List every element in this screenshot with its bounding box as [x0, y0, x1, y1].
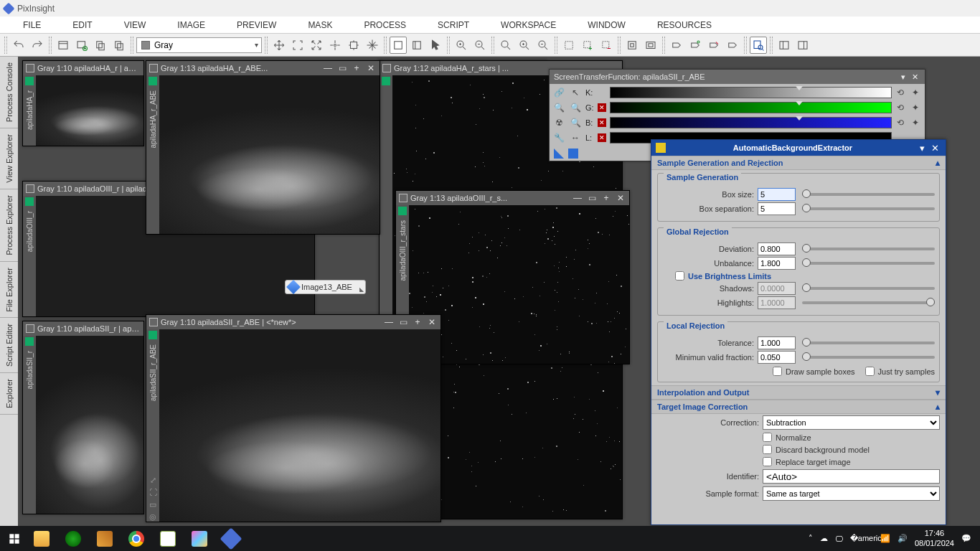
- deviation-slider[interactable]: [802, 248, 935, 250]
- readout-alt-button[interactable]: [408, 37, 425, 54]
- stf-link-icon[interactable]: 🔗: [552, 86, 565, 99]
- stf-k-slider[interactable]: [610, 87, 892, 98]
- tab-script-editor[interactable]: Script Editor: [0, 318, 18, 373]
- restore-button[interactable]: ▭: [586, 192, 598, 204]
- panel-right-button[interactable]: [794, 37, 811, 54]
- tab-process-explorer[interactable]: Process Explorer: [0, 189, 18, 262]
- image-window-sii-r-abe[interactable]: Gray 1:10 apiladaSII_r_ABE | <*new*> — ▭…: [146, 314, 441, 522]
- center-alt-button[interactable]: [345, 37, 362, 54]
- abe-section-tic[interactable]: Target Image Correction▴: [651, 400, 946, 414]
- image-window-ha-r-abe[interactable]: Gray 1:13 apiladaHA_r_ABE... — ▭ + ✕ api…: [146, 60, 380, 235]
- crop-1-button[interactable]: [623, 37, 641, 54]
- unbalance-input[interactable]: [758, 257, 796, 270]
- process-icon-chip[interactable]: Image13_ABE ◣: [285, 280, 366, 294]
- stf-apply-button[interactable]: [554, 149, 564, 159]
- zoom-fit-out-button[interactable]: [534, 37, 552, 54]
- copy-alt-button[interactable]: [110, 37, 128, 54]
- task-app-1[interactable]: [57, 527, 89, 550]
- box-size-slider[interactable]: [802, 193, 935, 196]
- zoom-in-button[interactable]: [453, 37, 470, 54]
- start-button[interactable]: [3, 527, 26, 550]
- new-window-button[interactable]: [55, 37, 72, 54]
- tag-1-button[interactable]: [668, 37, 685, 54]
- windows-taskbar[interactable]: ˄ ☁ 🖵 �america 📶 🔊 17:46 08/01/2024 💬: [0, 526, 980, 551]
- identifier-input[interactable]: [763, 469, 940, 484]
- task-chrome[interactable]: [121, 527, 152, 550]
- stf-zoomout-icon[interactable]: 🔍: [569, 116, 582, 129]
- menu-resources[interactable]: RESOURCES: [641, 20, 727, 30]
- zoom-fit-button[interactable]: [516, 37, 533, 54]
- abe-close-button[interactable]: ✕: [928, 143, 941, 154]
- pointer-button[interactable]: [427, 37, 444, 54]
- stf-settings-k-button[interactable]: ✦: [909, 86, 922, 99]
- tag-3-button[interactable]: [705, 37, 722, 54]
- tag-4-button[interactable]: [724, 37, 741, 54]
- readout-mode-button[interactable]: [390, 37, 407, 54]
- move-tool-button[interactable]: [270, 37, 288, 54]
- tab-explorer[interactable]: Explorer: [0, 373, 18, 415]
- rect-icon[interactable]: ▭: [148, 499, 158, 509]
- stf-b-disable-icon[interactable]: ✕: [598, 118, 606, 127]
- menu-script[interactable]: SCRIPT: [422, 20, 485, 30]
- maximize-button[interactable]: +: [600, 192, 612, 204]
- box-sep-slider[interactable]: [802, 207, 935, 210]
- expand-icon[interactable]: ⛶: [148, 487, 158, 497]
- undo-button[interactable]: [10, 37, 27, 54]
- tab-file-explorer[interactable]: File Explorer: [0, 262, 18, 319]
- panel-left-button[interactable]: [776, 37, 793, 54]
- select-rect-sub-button[interactable]: [598, 37, 615, 54]
- stf-l-disable-icon[interactable]: ✕: [598, 133, 606, 142]
- close-button[interactable]: ✕: [615, 192, 626, 204]
- tab-process-console[interactable]: Process Console: [0, 57, 18, 128]
- abe-shade-button[interactable]: ▾: [915, 143, 928, 154]
- select-rect-add-button[interactable]: [579, 37, 596, 54]
- colorspace-select[interactable]: Gray ▾: [136, 37, 262, 53]
- box-sep-input[interactable]: [758, 202, 796, 215]
- stf-zoomin-icon[interactable]: 🔍: [552, 101, 565, 114]
- stf-pointer-icon[interactable]: ↖: [569, 86, 582, 99]
- crop-2-button[interactable]: [642, 37, 659, 54]
- unbalance-slider[interactable]: [802, 262, 935, 265]
- tray-notifications-icon[interactable]: 💬: [961, 534, 971, 543]
- draw-boxes-check[interactable]: Draw sample boxes: [773, 367, 855, 376]
- new-window-add-button[interactable]: [73, 37, 90, 54]
- restore-button[interactable]: ▭: [336, 62, 348, 74]
- menu-edit[interactable]: EDIT: [57, 20, 108, 30]
- image-window-sii-r[interactable]: Gray 1:10 apiladaSII_r | apiladaSII_r...…: [22, 321, 144, 514]
- task-notes[interactable]: [152, 527, 184, 550]
- stf-settings-b-button[interactable]: ✦: [909, 116, 922, 129]
- tray-volume-icon[interactable]: 🔊: [897, 534, 908, 543]
- tray-screen-icon[interactable]: 🖵: [835, 534, 843, 543]
- process-search-button[interactable]: [750, 37, 767, 54]
- box-size-input[interactable]: [758, 188, 796, 201]
- tag-2-button[interactable]: [687, 37, 704, 54]
- stf-radiation-icon[interactable]: ☢: [552, 116, 565, 129]
- zoom-1-1-button[interactable]: [497, 37, 514, 54]
- min-valid-slider[interactable]: [802, 356, 935, 359]
- menu-preview[interactable]: PREVIEW: [221, 20, 292, 30]
- image-window-ha-r[interactable]: Gray 1:10 apiladaHA_r | apiladaHA_r... a…: [22, 60, 144, 146]
- stf-g-disable-icon[interactable]: ✕: [598, 103, 606, 112]
- stf-settings-g-button[interactable]: ✦: [909, 101, 922, 114]
- minimize-button[interactable]: —: [572, 192, 583, 204]
- abe-section-io[interactable]: Interpolation and Output▾: [651, 385, 946, 400]
- stf-g-slider[interactable]: [610, 102, 892, 113]
- discard-check[interactable]: Discard background model: [763, 445, 870, 454]
- tolerance-input[interactable]: [758, 336, 796, 349]
- tray-wifi-icon[interactable]: 📶: [880, 534, 890, 543]
- center-button[interactable]: [326, 37, 344, 54]
- task-pixinsight[interactable]: [215, 527, 247, 550]
- expand-button[interactable]: [308, 37, 325, 54]
- tab-view-explorer[interactable]: View Explorer: [0, 128, 18, 189]
- stf-b-slider[interactable]: [610, 117, 892, 128]
- menu-workspace[interactable]: WORKSPACE: [485, 20, 572, 30]
- menu-window[interactable]: WINDOW: [572, 20, 641, 30]
- stf-swap-icon[interactable]: ↔: [569, 131, 582, 144]
- task-paint[interactable]: [184, 527, 215, 550]
- restore-button[interactable]: ▭: [397, 316, 409, 328]
- zoom-out-button[interactable]: [471, 37, 489, 54]
- stf-reset-g-button[interactable]: ⟲: [894, 101, 907, 114]
- just-try-check[interactable]: Just try samples: [865, 367, 935, 376]
- sample-fmt-select[interactable]: Same as target: [763, 486, 940, 501]
- deviation-input[interactable]: [758, 242, 796, 255]
